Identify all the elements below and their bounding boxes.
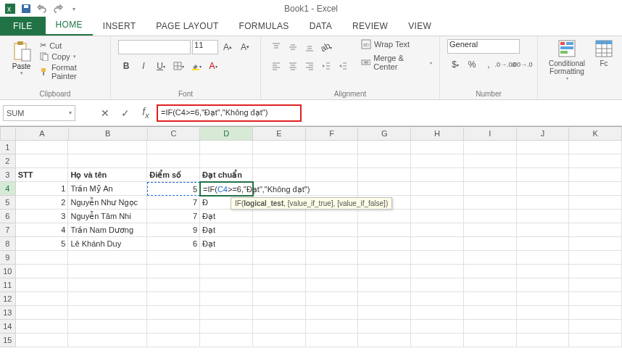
cell[interactable]: 7 [147, 196, 200, 210]
align-right-button[interactable] [302, 58, 318, 74]
font-color-button[interactable]: A▾ [205, 58, 221, 74]
cell[interactable]: Đạt [200, 223, 253, 237]
row-head[interactable]: 12 [0, 292, 16, 306]
cell[interactable] [306, 141, 359, 154]
cell[interactable] [306, 292, 359, 306]
cell[interactable] [358, 182, 411, 196]
font-size-select[interactable]: 11 [192, 40, 218, 54]
col-head-d[interactable]: D [200, 126, 253, 141]
cell-c4[interactable]: 5 [147, 182, 200, 196]
cell[interactable] [569, 251, 622, 265]
row-head[interactable]: 9 [0, 251, 16, 265]
cell[interactable] [200, 292, 253, 306]
redo-icon[interactable] [51, 1, 65, 16]
percent-button[interactable]: % [464, 57, 480, 73]
cell[interactable] [517, 278, 570, 292]
cell[interactable] [306, 210, 359, 223]
cell[interactable]: Điểm số [147, 168, 200, 182]
cell[interactable] [306, 278, 359, 292]
align-center-button[interactable] [285, 58, 301, 74]
cell[interactable] [68, 278, 147, 292]
number-format-select[interactable]: General [447, 39, 520, 54]
undo-icon[interactable] [35, 1, 49, 16]
cell[interactable] [306, 306, 359, 320]
cell[interactable] [411, 223, 464, 237]
row-head[interactable]: 15 [0, 334, 16, 347]
insert-function-button[interactable]: fx [136, 105, 155, 121]
cell[interactable] [147, 278, 200, 292]
paste-more-icon[interactable]: ▾ [20, 70, 23, 76]
grow-font-button[interactable]: A▴ [220, 39, 236, 55]
cell[interactable] [569, 168, 622, 182]
cell[interactable] [464, 168, 517, 182]
cell[interactable] [200, 320, 253, 334]
col-head-j[interactable]: J [517, 126, 570, 141]
cell[interactable] [68, 265, 147, 278]
cell[interactable] [200, 141, 253, 154]
cell[interactable] [147, 154, 200, 168]
row-head[interactable]: 10 [0, 265, 16, 278]
cell[interactable] [411, 237, 464, 251]
col-head-i[interactable]: I [464, 126, 517, 141]
cell[interactable] [411, 265, 464, 278]
cell[interactable] [253, 278, 306, 292]
cell[interactable] [16, 251, 69, 265]
cell[interactable] [517, 320, 570, 334]
cell[interactable] [358, 210, 411, 223]
cell[interactable] [253, 265, 306, 278]
cell[interactable] [517, 182, 570, 196]
row-head[interactable]: 3 [0, 168, 16, 182]
cell[interactable] [411, 154, 464, 168]
cell[interactable] [306, 320, 359, 334]
cell[interactable] [358, 141, 411, 154]
cell[interactable] [253, 334, 306, 347]
row-head[interactable]: 7 [0, 223, 16, 237]
qat-more-icon[interactable]: ▾ [67, 1, 81, 16]
cell[interactable] [464, 251, 517, 265]
tab-review[interactable]: REVIEW [342, 17, 398, 36]
cell[interactable] [358, 168, 411, 182]
excel-icon[interactable]: x [3, 1, 17, 16]
cell[interactable] [16, 278, 69, 292]
decrease-indent-button[interactable] [318, 58, 334, 74]
cell[interactable] [306, 265, 359, 278]
cell[interactable] [411, 292, 464, 306]
cell[interactable] [569, 196, 622, 210]
cell[interactable] [306, 334, 359, 347]
cell[interactable]: Đạt [200, 210, 253, 223]
row-head[interactable]: 14 [0, 320, 16, 334]
col-head-b[interactable]: B [69, 126, 148, 141]
cell[interactable] [253, 223, 306, 237]
cell[interactable] [16, 141, 69, 154]
cell[interactable]: 1 [16, 182, 69, 196]
cell[interactable] [68, 334, 147, 347]
bold-button[interactable]: B [118, 58, 134, 74]
cell[interactable] [358, 320, 411, 334]
cell[interactable] [68, 251, 147, 265]
cell[interactable]: Họ và tên [68, 168, 147, 182]
row-head[interactable]: 4 [0, 182, 16, 196]
cell[interactable] [464, 306, 517, 320]
cell[interactable] [147, 320, 200, 334]
cell[interactable] [16, 265, 69, 278]
col-head-a[interactable]: A [16, 126, 69, 141]
save-icon[interactable] [19, 1, 33, 16]
cut-button[interactable]: ✂Cut [40, 41, 103, 50]
shrink-font-button[interactable]: A▾ [237, 39, 253, 55]
cell[interactable] [517, 154, 570, 168]
font-family-select[interactable] [118, 40, 191, 54]
fill-color-button[interactable]: ▾ [188, 58, 204, 74]
cell[interactable] [517, 223, 570, 237]
cell[interactable] [411, 141, 464, 154]
select-all-corner[interactable] [0, 126, 16, 141]
cell[interactable] [517, 292, 570, 306]
underline-button[interactable]: U▾ [153, 58, 169, 74]
col-head-c[interactable]: C [148, 126, 201, 141]
cell[interactable]: 3 [16, 210, 69, 223]
cell[interactable] [569, 237, 622, 251]
formula-input[interactable]: =IF(C4>=6,"Đạt","Không đạt") [157, 104, 302, 122]
cancel-formula-button[interactable]: ✕ [96, 105, 115, 121]
cell[interactable] [358, 334, 411, 347]
tab-data[interactable]: DATA [299, 17, 342, 36]
cell[interactable] [464, 334, 517, 347]
